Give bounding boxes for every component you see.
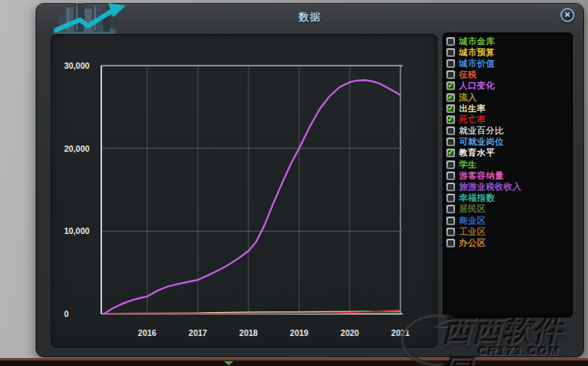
legend-item-label: 游客容纳量 (459, 170, 504, 182)
legend-item[interactable]: ✓流入 (442, 92, 573, 103)
check-icon: ✓ (446, 81, 455, 89)
svg-text:2016: 2016 (138, 328, 157, 338)
legend-item-label: 工业区 (459, 226, 486, 238)
legend-checkbox[interactable]: ✓ (446, 149, 455, 157)
series-人口变化 (104, 80, 400, 314)
legend-item[interactable]: ✓游客容纳量 (442, 170, 573, 181)
check-icon: ✓ (446, 148, 455, 157)
axes (101, 66, 403, 314)
axis-labels: 201620172018201920202021010,00020,00030,… (64, 61, 410, 338)
svg-text:30,000: 30,000 (64, 61, 89, 70)
legend-item[interactable]: ✓旅游业税收收入 (442, 181, 573, 192)
legend-item[interactable]: ✓居民区 (442, 204, 573, 215)
legend-checkbox[interactable]: ✓ (446, 205, 455, 213)
chart-panel: 201620172018201920202021010,00020,00030,… (51, 34, 438, 348)
game-bottom-bar (0, 358, 588, 366)
legend-item[interactable]: ✓城市价值 (442, 58, 573, 69)
svg-text:2019: 2019 (290, 328, 309, 338)
legend-item[interactable]: ✓人口变化 (442, 81, 573, 92)
legend-item[interactable]: ✓城市预算 (442, 47, 573, 58)
legend-item[interactable]: ✓出生率 (442, 103, 573, 114)
legend-checkbox[interactable]: ✓ (446, 81, 455, 90)
legend-checkbox[interactable]: ✓ (446, 239, 455, 247)
svg-text:2020: 2020 (340, 328, 359, 338)
legend-item-label: 死亡率 (459, 114, 486, 126)
legend-checkbox[interactable]: ✓ (446, 48, 455, 57)
desktop: 数据 ✕ 201620172018201920202021010,00020,0… (0, 0, 588, 366)
bottom-bar-arrow-icon[interactable] (224, 361, 233, 365)
legend-checkbox[interactable]: ✓ (446, 126, 455, 135)
legend-item-label: 可就业岗位 (459, 136, 504, 148)
legend-item-label: 学生 (459, 159, 477, 171)
legend-item[interactable]: ✓可就业岗位 (442, 137, 573, 148)
legend-checkbox[interactable]: ✓ (446, 138, 455, 146)
legend-item-label: 出生率 (459, 103, 486, 115)
svg-text:2021: 2021 (391, 328, 410, 338)
svg-text:0: 0 (64, 309, 69, 319)
legend-item[interactable]: ✓教育水平 (442, 148, 573, 159)
svg-text:10,000: 10,000 (64, 226, 89, 236)
legend-checkbox[interactable]: ✓ (446, 115, 455, 124)
legend-item-label: 居民区 (459, 203, 486, 215)
legend-item-label: 城市价值 (459, 58, 495, 70)
legend-item-label: 商业区 (459, 215, 486, 227)
legend-checkbox[interactable]: ✓ (446, 37, 455, 46)
legend-checkbox[interactable]: ✓ (446, 228, 455, 236)
legend-checkbox[interactable]: ✓ (446, 194, 455, 202)
legend-item[interactable]: ✓学生 (442, 159, 573, 170)
legend-checkbox[interactable]: ✓ (446, 59, 455, 68)
legend-item[interactable]: ✓工业区 (442, 226, 573, 237)
legend-item[interactable]: ✓就业百分比 (442, 126, 573, 137)
legend-item[interactable]: ✓办公区 (442, 237, 573, 248)
check-icon: ✓ (446, 115, 455, 123)
line-chart: 201620172018201920202021010,00020,00030,… (51, 34, 438, 348)
legend-item-label: 人口变化 (459, 80, 495, 92)
legend-checkbox[interactable]: ✓ (446, 93, 455, 102)
window-title: 数据 (36, 10, 583, 25)
close-button[interactable]: ✕ (560, 8, 575, 22)
legend-item-label: 征税 (459, 69, 477, 81)
statistics-window: 数据 ✕ 201620172018201920202021010,00020,0… (36, 3, 584, 357)
legend-checkbox[interactable]: ✓ (446, 172, 455, 180)
data-series (104, 80, 400, 314)
svg-text:2018: 2018 (239, 328, 258, 338)
legend-item[interactable]: ✓死亡率 (442, 114, 573, 125)
check-icon: ✓ (446, 104, 455, 112)
legend-checkbox[interactable]: ✓ (446, 160, 455, 169)
legend-item-label: 城市金库 (459, 36, 495, 47)
legend-item[interactable]: ✓商业区 (442, 215, 573, 226)
legend-item[interactable]: ✓城市金库 (442, 36, 573, 47)
legend-item-label: 办公区 (459, 237, 486, 249)
legend-item-label: 流入 (459, 92, 477, 104)
svg-text:2017: 2017 (188, 328, 207, 338)
titlebar[interactable]: 数据 ✕ (36, 4, 583, 36)
legend-item-label: 就业百分比 (459, 125, 504, 137)
legend-checkbox[interactable]: ✓ (446, 104, 455, 113)
svg-text:20,000: 20,000 (64, 144, 89, 153)
gridlines (101, 66, 403, 314)
legend-checkbox[interactable]: ✓ (446, 70, 455, 79)
legend-item-label: 旅游业税收收入 (459, 181, 522, 193)
legend-checkbox[interactable]: ✓ (446, 217, 455, 225)
legend-list: ✓城市金库✓城市预算✓城市价值✓征税✓人口变化✓流入✓出生率✓死亡率✓就业百分比… (442, 36, 573, 249)
check-icon: ✓ (446, 92, 455, 101)
legend-item-label: 幸福指数 (459, 192, 495, 204)
legend-item-label: 教育水平 (459, 147, 495, 159)
legend-item[interactable]: ✓幸福指数 (442, 193, 573, 204)
legend-checkbox[interactable]: ✓ (446, 183, 455, 191)
legend-panel: ✓城市金库✓城市预算✓城市价值✓征税✓人口变化✓流入✓出生率✓死亡率✓就业百分比… (442, 32, 573, 318)
legend-item[interactable]: ✓征税 (442, 70, 573, 81)
legend-item-label: 城市预算 (459, 47, 495, 58)
